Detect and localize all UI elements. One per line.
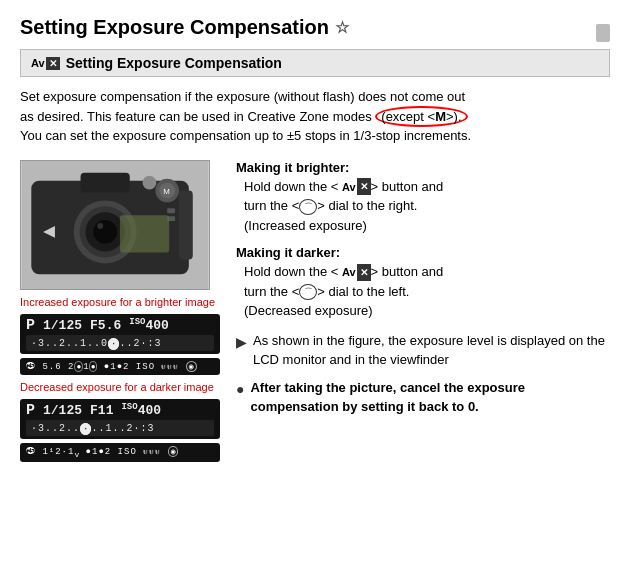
making-darker-title: Making it darker: — [236, 245, 610, 260]
lcd-aperture-darker: F11 — [90, 403, 113, 418]
bullet-item-lcd: ▶ As shown in the figure, the exposure l… — [236, 331, 610, 370]
lcd-scale-darker: ·3..2..·..1..2·:3 — [26, 420, 214, 436]
star-icon: ☆ — [335, 18, 349, 37]
bullet-lcd-text: As shown in the figure, the exposure lev… — [253, 331, 610, 370]
content-area: M Increased exposure for a brighter imag… — [20, 160, 610, 466]
dial-icon-darker: ⌒ — [299, 284, 317, 300]
intro-line1: Set exposure compensation if the exposur… — [20, 89, 465, 104]
camera-image: M — [20, 160, 210, 290]
lcd-mode-brighter: P — [26, 317, 35, 334]
svg-rect-16 — [120, 215, 169, 252]
section-header: Av✕ Setting Exposure Compensation — [20, 49, 610, 77]
svg-point-11 — [143, 175, 157, 189]
av-button-icon-bright: Av✕ — [342, 178, 371, 195]
av-icon: Av✕ — [31, 57, 60, 70]
camera-caption-brighter: Increased exposure for a brighter image — [20, 296, 220, 308]
lcd-mode-darker: P — [26, 402, 35, 419]
lcd-row1-brighter: P 1/125 F5.6 ISO400 — [26, 317, 214, 335]
lcd-speed-darker: 1/125 — [43, 403, 82, 418]
bullet-item-cancel: ● After taking the picture, cancel the e… — [236, 378, 610, 417]
svg-point-7 — [97, 223, 103, 229]
svg-rect-14 — [167, 208, 175, 213]
av-button-icon-dark: Av✕ — [342, 264, 371, 281]
making-darker-section: Making it darker: Hold down the < Av✕> b… — [236, 245, 610, 321]
highlight-except-m: (except <M>). — [375, 106, 467, 127]
scrollbar[interactable] — [596, 24, 610, 42]
lcd-scale-brighter: ·3..2..1..0·..2·:3 — [26, 335, 214, 351]
intro-line2: as desired. This feature can be used in … — [20, 109, 375, 124]
intro-text: Set exposure compensation if the exposur… — [20, 87, 610, 146]
lcd-display-darker: P 1/125 F11 ISO400 ·3..2..·..1..2·:3 — [20, 399, 220, 439]
page-title-text: Setting Exposure Compensation — [20, 16, 329, 39]
circle-icon: ● — [236, 379, 244, 400]
lcd-iso-darker: ISO400 — [121, 402, 161, 418]
making-darker-text: Hold down the < Av✕> button and turn the… — [236, 262, 610, 321]
lcd-iso-brighter: ISO400 — [129, 317, 169, 333]
page-title: Setting Exposure Compensation ☆ — [20, 16, 349, 39]
section-header-title: Setting Exposure Compensation — [66, 55, 282, 71]
bullet-section: ▶ As shown in the figure, the exposure l… — [236, 331, 610, 417]
making-brighter-text: Hold down the < Av✕> button and turn the… — [236, 177, 610, 236]
viewfinder-darker: ㉕ 1¹2·1v ●1●2 ISO ᵾᵾᵾ ◉ — [20, 443, 220, 462]
camera-caption-darker: Decreased exposure for a darker image — [20, 381, 220, 393]
svg-rect-13 — [179, 190, 193, 259]
bullet-cancel-text: After taking the picture, cancel the exp… — [250, 378, 610, 417]
svg-rect-2 — [81, 172, 130, 192]
right-column: Making it brighter: Hold down the < Av✕>… — [236, 160, 610, 466]
svg-text:M: M — [163, 187, 170, 196]
lcd-aperture-brighter: F5.6 — [90, 318, 121, 333]
lcd-speed-brighter: 1/125 — [43, 318, 82, 333]
arrow-icon: ▶ — [236, 332, 247, 353]
dial-icon-brighter: ⌒ — [299, 199, 317, 215]
making-brighter-title: Making it brighter: — [236, 160, 610, 175]
lcd-display-brighter: P 1/125 F5.6 ISO400 ·3..2..1..0·..2·:3 — [20, 314, 220, 354]
lcd-row1-darker: P 1/125 F11 ISO400 — [26, 402, 214, 420]
viewfinder-brighter: ㉕ 5.6 2●1● ●1●2 ISO ᵾᵾᵾ ◉ — [20, 358, 220, 375]
intro-line3: You can set the exposure compensation up… — [20, 128, 471, 143]
svg-point-6 — [93, 220, 117, 244]
left-column: M Increased exposure for a brighter imag… — [20, 160, 220, 466]
making-brighter-section: Making it brighter: Hold down the < Av✕>… — [236, 160, 610, 236]
